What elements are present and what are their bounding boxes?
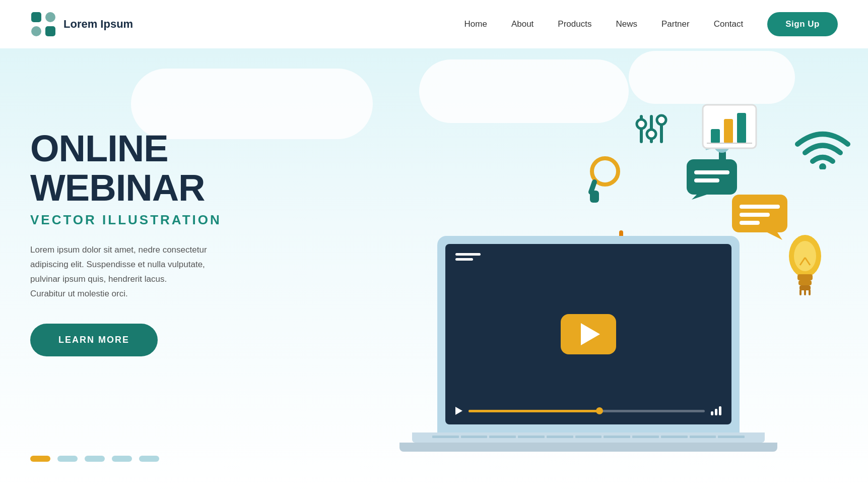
barchart-icon (702, 104, 757, 149)
play-button[interactable] (561, 314, 616, 354)
svg-rect-3 (45, 26, 55, 36)
key (632, 436, 659, 438)
key (690, 436, 716, 438)
svg-rect-6 (590, 191, 599, 203)
svg-point-42 (794, 241, 816, 271)
svg-marker-33 (692, 195, 707, 200)
magnifier-icon (586, 154, 626, 205)
dot-2[interactable] (57, 456, 78, 462)
key (575, 436, 602, 438)
lightbulb-icon (782, 230, 828, 295)
sliders-icon (631, 109, 672, 149)
nav-products[interactable]: Products (558, 19, 591, 29)
screen-bar-2 (455, 258, 473, 261)
vol-bar-2 (715, 409, 717, 415)
key (461, 436, 488, 438)
svg-rect-1 (45, 12, 55, 22)
svg-rect-2 (31, 26, 41, 36)
cloud-decoration-1 (171, 79, 332, 129)
video-controls (455, 406, 721, 415)
hero-description: Lorem ipsum dolor sit amet, nedre consec… (30, 243, 292, 301)
svg-rect-58 (711, 129, 720, 143)
vol-bar-1 (711, 411, 713, 415)
svg-rect-45 (797, 274, 813, 280)
svg-rect-38 (740, 205, 780, 209)
svg-point-56 (657, 115, 666, 125)
dot-1[interactable] (30, 456, 50, 462)
nav-home[interactable]: Home (464, 19, 487, 29)
progress-dot (596, 407, 603, 414)
key-row-1 (432, 436, 459, 438)
svg-point-54 (637, 119, 646, 129)
svg-rect-0 (31, 12, 41, 22)
screen-bar-1 (455, 253, 481, 256)
hero-subtitle: VECTOR ILLUSTRATION (30, 212, 292, 228)
hero-title: ONLINE WEBINAR (30, 129, 292, 207)
play-small-icon (455, 407, 462, 415)
laptop-foot (399, 443, 777, 452)
svg-point-31 (819, 163, 826, 169)
logo: Lorem Ipsum (30, 11, 133, 37)
nav-partner[interactable]: Partner (661, 19, 690, 29)
svg-rect-39 (740, 213, 770, 217)
illustration-area (314, 48, 868, 492)
laptop-base-area (437, 433, 777, 452)
logo-icon (30, 11, 56, 37)
laptop-screen-inner (445, 244, 731, 424)
play-triangle-icon (581, 323, 600, 345)
key (489, 436, 516, 438)
svg-point-55 (647, 130, 656, 139)
svg-rect-35 (694, 178, 719, 182)
hero-content: ONLINE WEBINAR VECTOR ILLUSTRATION Lorem… (30, 129, 292, 356)
dot-4[interactable] (112, 456, 132, 462)
laptop-screen-outer (437, 236, 740, 433)
dot-3[interactable] (85, 456, 105, 462)
svg-rect-34 (694, 170, 729, 174)
svg-rect-40 (740, 221, 760, 225)
svg-rect-46 (798, 280, 812, 285)
vol-bar-3 (719, 406, 721, 415)
nav: Home About Products News Partner Contact… (464, 12, 838, 36)
laptop (437, 236, 777, 452)
header: Lorem Ipsum Home About Products News Par… (0, 0, 868, 48)
key (547, 436, 573, 438)
nav-about[interactable]: About (511, 19, 533, 29)
learn-more-button[interactable]: LEARN MORE (30, 324, 158, 356)
svg-rect-60 (737, 113, 746, 143)
progress-bar[interactable] (469, 410, 705, 412)
signup-button[interactable]: Sign Up (767, 12, 838, 36)
volume-bars (711, 406, 721, 415)
chat-bubble-orange-icon (732, 195, 787, 240)
logo-text: Lorem Ipsum (63, 18, 133, 31)
dot-5[interactable] (139, 456, 159, 462)
key (661, 436, 688, 438)
chat-bubble-teal-icon (687, 159, 737, 200)
wifi-icon (792, 124, 853, 169)
svg-rect-59 (724, 119, 733, 143)
progress-fill (469, 410, 598, 412)
nav-contact[interactable]: Contact (714, 19, 744, 29)
screen-top-bar (455, 253, 481, 261)
svg-rect-32 (687, 159, 737, 195)
laptop-keyboard (412, 433, 765, 443)
hero-section: ONLINE WEBINAR VECTOR ILLUSTRATION Lorem… (0, 48, 868, 492)
key (604, 436, 630, 438)
carousel-dots (30, 456, 159, 462)
key (718, 436, 745, 438)
nav-news[interactable]: News (616, 19, 637, 29)
key (518, 436, 545, 438)
